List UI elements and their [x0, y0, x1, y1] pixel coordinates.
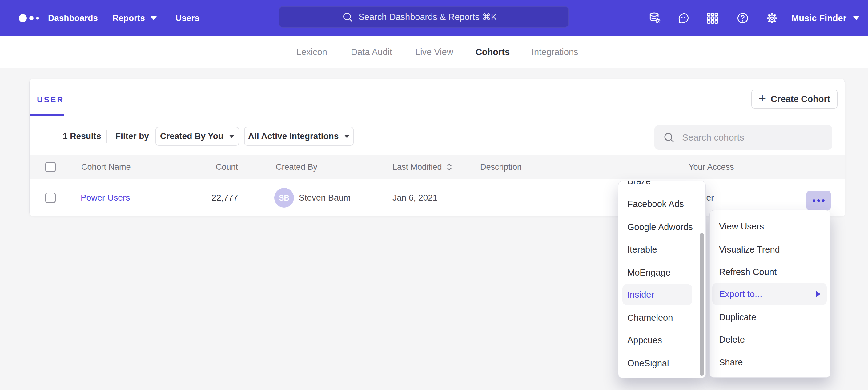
filter-label: All Active Integrations: [248, 131, 339, 141]
tab-label: Integrations: [532, 47, 578, 57]
submenu-item-appcues[interactable]: Appcues: [627, 334, 695, 346]
mixpanel-logo[interactable]: [18, 12, 45, 24]
section-tab-bar: Lexicon Data Audit Live View Cohorts Int…: [0, 36, 868, 68]
submenu-scrollbar[interactable]: [700, 233, 704, 376]
column-label: Description: [480, 162, 522, 172]
sort-icon: [446, 163, 453, 171]
chevron-down-icon: [344, 135, 350, 138]
row-checkbox[interactable]: [45, 193, 56, 203]
submenu-item-moengage[interactable]: MoEngage: [627, 266, 695, 279]
submenu-item-onesignal[interactable]: OneSignal: [627, 357, 695, 369]
tab-lexicon[interactable]: Lexicon: [297, 36, 327, 68]
select-all-checkbox[interactable]: [45, 162, 56, 172]
workspace-name: Music Finder: [792, 13, 846, 23]
ellipsis-icon: [817, 199, 820, 202]
column-label: Last Modified: [393, 162, 442, 172]
search-icon: [341, 11, 354, 23]
cohorts-panel: USER + Create Cohort 1 Results Filter by…: [29, 79, 845, 216]
submenu-item-chameleon[interactable]: Chameleon: [627, 312, 695, 324]
menu-item-duplicate[interactable]: Duplicate: [719, 311, 820, 323]
tab-data-audit[interactable]: Data Audit: [351, 36, 392, 68]
menu-item-export-to[interactable]: Export to...: [719, 288, 820, 300]
cohort-search-input[interactable]: [682, 132, 817, 143]
column-last-modified[interactable]: Last Modified: [393, 155, 453, 179]
menu-item-delete[interactable]: Delete: [719, 333, 820, 346]
cohort-actions-menu: View Users Visualize Trend Refresh Count…: [710, 210, 831, 378]
submenu-item-insider[interactable]: Insider: [627, 289, 695, 301]
column-label: Count: [216, 162, 238, 172]
submenu-item-iterable[interactable]: Iterable: [627, 243, 695, 256]
more-actions-button[interactable]: [806, 191, 831, 210]
tab-label: Live View: [415, 47, 454, 57]
help-icon[interactable]: [736, 11, 749, 25]
apps-grid-icon[interactable]: [706, 11, 719, 25]
export-destinations-submenu: Braze Facebook Ads Google Adwords Iterab…: [618, 181, 706, 378]
divider: [106, 130, 107, 143]
column-label: Your Access: [688, 162, 734, 172]
menu-item-visualize-trend[interactable]: Visualize Trend: [719, 243, 820, 256]
top-navigation-bar: Dashboards Reports Users: [0, 0, 868, 36]
divider: [30, 116, 845, 116]
column-cohort-name[interactable]: Cohort Name: [81, 155, 131, 179]
nav-item-dashboards[interactable]: Dashboards: [48, 0, 98, 36]
avatar: SB: [274, 188, 294, 207]
chevron-down-icon: [151, 16, 157, 20]
submenu-item-facebook-ads[interactable]: Facebook Ads: [627, 198, 695, 210]
cohort-name-link[interactable]: Power Users: [81, 193, 130, 203]
chevron-down-icon: [229, 135, 235, 138]
data-gear-icon[interactable]: [648, 11, 661, 25]
cohort-search-bar[interactable]: [654, 125, 832, 150]
ellipsis-icon: [822, 199, 825, 202]
tab-user-cohorts[interactable]: USER: [37, 95, 64, 105]
menu-item-refresh-count[interactable]: Refresh Count: [719, 266, 820, 278]
tab-label: Cohorts: [475, 47, 510, 57]
nav-item-reports[interactable]: Reports: [112, 0, 157, 36]
menu-item-share[interactable]: Share: [719, 356, 820, 368]
last-modified-date: Jan 6, 2021: [393, 179, 437, 216]
menu-item-view-users[interactable]: View Users: [719, 220, 820, 232]
column-created-by[interactable]: Created By: [276, 155, 317, 179]
submenu-item-braze[interactable]: Braze: [627, 181, 695, 187]
feedback-bubble-icon[interactable]: [677, 11, 690, 25]
column-description[interactable]: Description: [480, 155, 522, 179]
create-cohort-button[interactable]: + Create Cohort: [751, 90, 838, 108]
nav-item-label: Reports: [112, 13, 145, 23]
column-label: Cohort Name: [81, 162, 131, 172]
nav-item-label: Dashboards: [48, 13, 98, 23]
filter-integrations-dropdown[interactable]: All Active Integrations: [244, 127, 354, 146]
tab-label: Data Audit: [351, 47, 392, 57]
column-your-access[interactable]: Your Access: [688, 155, 734, 179]
tab-integrations[interactable]: Integrations: [532, 36, 578, 68]
column-count[interactable]: Count: [176, 155, 238, 179]
cohort-count: 22,777: [176, 179, 238, 216]
submenu-item-google-adwords[interactable]: Google Adwords: [627, 221, 695, 233]
settings-gear-icon[interactable]: [765, 11, 779, 25]
nav-item-label: Users: [176, 13, 199, 23]
nav-item-users[interactable]: Users: [176, 0, 199, 36]
global-search-bar[interactable]: [279, 6, 569, 28]
ellipsis-icon: [813, 199, 815, 202]
chevron-down-icon: [853, 16, 859, 20]
create-cohort-label: Create Cohort: [771, 94, 830, 104]
plus-icon: +: [759, 92, 766, 105]
table-header: Cohort Name Count Created By Last Modifi…: [30, 155, 845, 179]
filter-by-label: Filter by: [116, 130, 149, 142]
filter-created-by-dropdown[interactable]: Created By You: [155, 127, 239, 146]
tab-live-view[interactable]: Live View: [415, 36, 454, 68]
search-icon: [662, 131, 675, 144]
filter-label: Created By You: [160, 131, 223, 141]
tab-cohorts[interactable]: Cohorts: [475, 36, 510, 68]
workspace-switcher[interactable]: Music Finder: [792, 0, 859, 36]
column-label: Created By: [276, 162, 317, 172]
global-search-input[interactable]: [359, 12, 506, 22]
tab-label: Lexicon: [297, 47, 327, 57]
results-count: 1 Results: [63, 130, 101, 142]
submenu-arrow-icon: [816, 291, 820, 297]
created-by-name: Steven Baum: [299, 193, 350, 203]
